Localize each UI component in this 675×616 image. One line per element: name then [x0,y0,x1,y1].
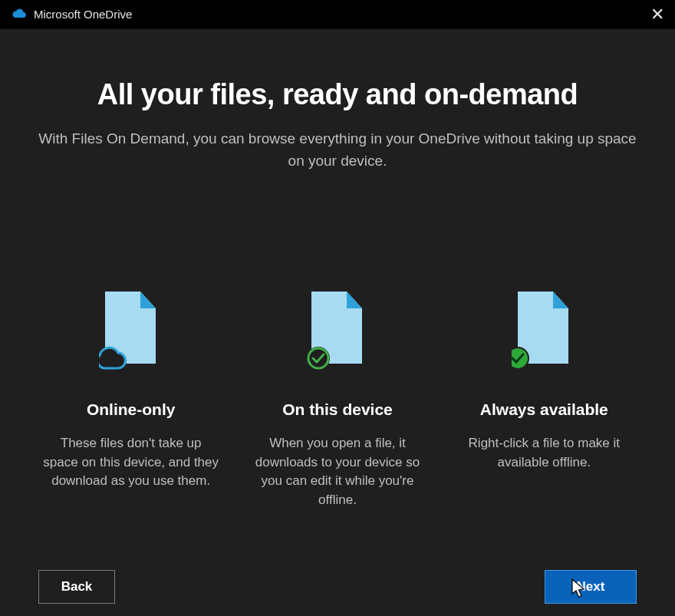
onedrive-cloud-icon [11,8,26,21]
column-title: On this device [249,400,425,419]
next-button[interactable]: Next [545,570,637,604]
page-headline: All your files, ready and on-demand [38,78,637,111]
column-desc: When you open a file, it downloads to yo… [249,434,425,510]
content-area: All your files, ready and on-demand With… [0,29,675,616]
back-button[interactable]: Back [38,570,115,604]
column-title: Always available [456,400,632,419]
next-button-label: Next [577,579,605,595]
file-cloud-icon [43,287,219,371]
footer-buttons: Back Next [38,570,637,604]
file-check-open-icon [249,287,425,371]
column-always-available: Always available Right-click a file to m… [456,287,632,510]
column-title: Online-only [43,400,219,419]
column-desc: These files don't take up space on this … [43,434,219,491]
file-check-solid-icon [456,287,632,371]
column-online-only: Online-only These files don't take up sp… [43,287,219,510]
titlebar: Microsoft OneDrive ✕ [0,0,675,29]
close-icon[interactable]: ✕ [650,6,664,23]
window-title: Microsoft OneDrive [34,8,132,21]
column-desc: Right-click a file to make it available … [456,434,632,472]
feature-columns: Online-only These files don't take up sp… [38,287,637,510]
svg-point-0 [307,347,330,370]
page-subhead: With Files On Demand, you can browse eve… [38,128,637,172]
column-on-this-device: On this device When you open a file, it … [249,287,425,510]
titlebar-left: Microsoft OneDrive [11,8,132,21]
